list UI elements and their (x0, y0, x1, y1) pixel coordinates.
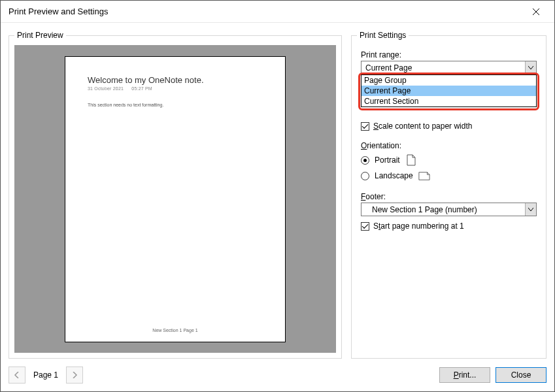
page-date: 31 October 2021 (88, 86, 124, 91)
portrait-label: Portrait (375, 155, 400, 165)
footer-label: Footer: (361, 192, 537, 201)
bottom-bar: Page 1 Print... Close (1, 359, 554, 391)
print-button[interactable]: Print... (439, 367, 490, 383)
dialog-window: Print Preview and Settings Print Preview… (0, 0, 555, 392)
scale-checkbox[interactable] (361, 122, 369, 131)
page-time: 05:27 PM (131, 86, 152, 91)
footer-value: New Section 1 Page (number) (362, 205, 525, 214)
next-page-button[interactable] (66, 367, 83, 384)
content-area: Print Preview Welcome to my OneNote note… (1, 23, 554, 359)
close-icon[interactable] (523, 2, 549, 22)
start-numbering-checkbox[interactable] (361, 222, 369, 231)
print-settings-group: Print Settings Print range: Current Page… (351, 31, 547, 359)
print-range-option-current-section[interactable]: Current Section (362, 96, 536, 106)
portrait-radio-row[interactable]: Portrait (361, 154, 537, 166)
print-range-combo[interactable]: Current Page Page Group Current Page Cur… (361, 61, 537, 74)
print-settings-legend: Print Settings (357, 31, 409, 40)
landscape-label: Landscape (375, 171, 413, 180)
titlebar: Print Preview and Settings (1, 1, 554, 23)
print-range-dropdown: Page Group Current Page Current Section (361, 74, 537, 107)
portrait-page-icon (405, 154, 417, 166)
footer-combo[interactable]: New Section 1 Page (number) (361, 203, 537, 216)
preview-page: Welcome to my OneNote note. 31 October 2… (65, 56, 286, 342)
print-range-label: Print range: (361, 50, 537, 59)
preview-canvas: Welcome to my OneNote note. 31 October 2… (14, 45, 336, 353)
print-range-value: Current Page (362, 63, 525, 73)
print-range-option-page-group[interactable]: Page Group (362, 75, 536, 86)
print-preview-group: Print Preview Welcome to my OneNote note… (8, 31, 342, 359)
page-title: Welcome to my OneNote note. (88, 75, 263, 85)
page-footer: New Section 1 Page 1 (65, 328, 285, 333)
landscape-radio[interactable] (361, 172, 369, 180)
page-indicator: Page 1 (33, 370, 58, 380)
print-preview-legend: Print Preview (14, 31, 66, 40)
print-range-option-current-page[interactable]: Current Page (362, 86, 536, 96)
landscape-radio-row[interactable]: Landscape (361, 170, 537, 182)
start-numbering-row[interactable]: Start page numbering at 1 (361, 221, 537, 231)
landscape-page-icon (418, 170, 430, 182)
start-numbering-label: Start page numbering at 1 (373, 221, 464, 231)
chevron-down-icon[interactable] (525, 203, 536, 216)
settings-inner: Print range: Current Page Page Group Cur… (357, 45, 541, 233)
prev-page-button[interactable] (8, 367, 25, 384)
chevron-down-icon[interactable] (525, 61, 536, 74)
scale-label: Scale content to paper width (373, 122, 472, 131)
close-button[interactable]: Close (496, 367, 547, 383)
page-meta: 31 October 2021 05:27 PM (88, 86, 263, 91)
page-body: This section needs no text formatting. (88, 103, 263, 107)
portrait-radio[interactable] (361, 156, 369, 165)
window-title: Print Preview and Settings (8, 7, 523, 16)
orientation-label: Orientation: (361, 141, 537, 150)
scale-checkbox-row[interactable]: Scale content to paper width (361, 122, 537, 131)
